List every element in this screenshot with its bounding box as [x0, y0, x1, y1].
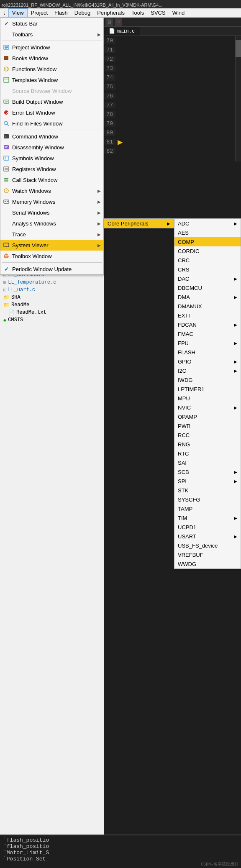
menu-item-books-window[interactable]: Books Window	[0, 53, 103, 64]
close-pane-icon[interactable]: ⊟	[105, 18, 113, 26]
list-item[interactable]: ⊞LL_Temperature.c	[3, 279, 104, 286]
peripheral-ucpd1[interactable]: UCPD1	[174, 522, 241, 532]
menu-item-source-browser-window[interactable]: Source Browser Window	[0, 85, 103, 96]
peripheral-usb-fs-device[interactable]: USB_FS_device	[174, 541, 241, 550]
peripheral-rng[interactable]: RNG	[174, 440, 241, 449]
peripheral-stk[interactable]: STK	[174, 486, 241, 495]
functions-icon: {}	[2, 65, 10, 73]
peripheral-label: SPI	[178, 478, 187, 484]
peripheral-gpio[interactable]: GPIO▶	[174, 357, 241, 366]
menu-view[interactable]: View	[8, 8, 28, 17]
peripheral-crs[interactable]: CRS	[174, 265, 241, 274]
menu-item-call-stack-window[interactable]: Call Stack Window	[0, 174, 103, 185]
peripheral-lptimer1[interactable]: LPTIMER1	[174, 384, 241, 394]
peripheral-tamp[interactable]: TAMP	[174, 504, 241, 513]
peripheral-rcc[interactable]: RCC	[174, 430, 241, 440]
code-tab-bar: ⊟ ✕	[104, 18, 241, 27]
list-item[interactable]: ◆CMSIS	[3, 316, 104, 324]
menu-debug[interactable]: Debug	[71, 8, 94, 17]
list-item[interactable]: 📁SHA	[3, 294, 104, 301]
peripheral-adc[interactable]: ADC▶	[174, 219, 241, 228]
tab-label: main.c	[117, 28, 135, 34]
menu-item-build-output-window[interactable]: Build Output Window	[0, 96, 103, 107]
menu-item-functions-window[interactable]: {} Functions Window	[0, 64, 103, 74]
error-icon: ✕	[2, 108, 10, 117]
list-item[interactable]: ⊞LL_uart.c	[3, 286, 104, 294]
peripheral-crc[interactable]: CRC	[174, 256, 241, 265]
menu-item-memory-windows[interactable]: Memory Windows ▶	[0, 196, 103, 207]
peripheral-label: STK	[178, 487, 188, 494]
menu-item-symbols-window[interactable]: S Symbols Window	[0, 153, 103, 164]
menu-item-watch-windows[interactable]: Watch Windows ▶	[0, 185, 103, 196]
main-c-tab[interactable]: 📄 main.c	[104, 27, 140, 36]
menu-item-error-list-window[interactable]: ✕ Error List Window	[0, 107, 103, 118]
peripheral-opamp[interactable]: OPAMP	[174, 412, 241, 421]
menu-item-periodic-window-update[interactable]: ✓ Periodic Window Update	[0, 264, 103, 274]
svg-rect-6	[5, 58, 8, 58]
peripheral-rtc[interactable]: RTC	[174, 449, 241, 458]
peripheral-label: ADC	[178, 220, 189, 227]
peripheral-cordic[interactable]: CORDIC	[174, 246, 241, 256]
svg-rect-34	[5, 201, 6, 202]
menu-item-find-in-files-window[interactable]: Find In Files Window	[0, 118, 103, 129]
peripheral-vrefbuf[interactable]: VREFBUF	[174, 550, 241, 559]
menu-item-registers-window[interactable]: Registers Window	[0, 164, 103, 174]
peripheral-fpu[interactable]: FPU▶	[174, 338, 241, 348]
menu-item-project-window[interactable]: Project Window	[0, 42, 103, 53]
menu-flash[interactable]: Flash	[51, 8, 71, 17]
peripheral-scb[interactable]: SCB▶	[174, 467, 241, 476]
peripheral-comp[interactable]: COMP	[174, 237, 241, 246]
watch-icon	[2, 187, 10, 195]
peripheral-usart[interactable]: USART▶	[174, 532, 241, 541]
peripheral-label: RTC	[178, 451, 189, 457]
core-peripherals-item[interactable]: Core Peripherals ▶	[104, 219, 174, 228]
peripheral-iwdg[interactable]: IWDG	[174, 375, 241, 384]
menu-project[interactable]: Project	[28, 8, 51, 17]
peripheral-syscfg[interactable]: SYSCFG	[174, 495, 241, 504]
menu-tools[interactable]: Tools	[128, 8, 147, 17]
list-item[interactable]: 📄ReadMe.txt	[3, 309, 104, 316]
core-peripherals-label: Core Peripherals	[108, 220, 149, 227]
menu-item-system-viewer[interactable]: System Viewer ▶	[0, 240, 103, 251]
peripheral-nvic[interactable]: NVIC▶	[174, 403, 241, 412]
menu-item-command-window[interactable]: >_ Command Window	[0, 131, 103, 142]
scroll-thumb[interactable]	[236, 40, 241, 57]
scrollbar[interactable]	[235, 36, 241, 161]
close-icon[interactable]: ✕	[115, 18, 122, 26]
peripheral-dbgmcu[interactable]: DBGMCU	[174, 283, 241, 292]
menu-item-toolbars[interactable]: Toolbars ▶	[0, 29, 103, 40]
menu-item-serial-windows[interactable]: Serial Windows ▶	[0, 207, 103, 218]
menu-peripherals[interactable]: Peripherals	[94, 8, 128, 17]
peripheral-spi[interactable]: SPI▶	[174, 476, 241, 486]
svg-line-17	[7, 124, 9, 126]
peripheral-dmamux[interactable]: DMAMUX	[174, 302, 241, 311]
peripheral-fmac[interactable]: FMAC	[174, 329, 241, 338]
peripheral-tim[interactable]: TIM▶	[174, 513, 241, 522]
peripheral-exti[interactable]: EXTI	[174, 311, 241, 320]
arrow-icon: ▶	[167, 221, 170, 226]
menu-window[interactable]: Wind	[169, 8, 188, 17]
peripheral-dma[interactable]: DMA▶	[174, 292, 241, 302]
peripheral-wwdg[interactable]: WWDG	[174, 559, 241, 568]
peripheral-flash[interactable]: FLASH	[174, 348, 241, 357]
peripheral-aes[interactable]: AES	[174, 228, 241, 237]
peripheral-fdcan[interactable]: FDCAN▶	[174, 320, 241, 329]
menu-item-status-bar[interactable]: ✓ Status Bar	[0, 18, 103, 29]
peripheral-i2c[interactable]: I2C▶	[174, 366, 241, 375]
menu-item-analysis-windows[interactable]: Analysis Windows ▶	[0, 218, 103, 229]
callstack-icon	[2, 176, 10, 184]
menu-svcs[interactable]: SVCS	[147, 8, 169, 17]
peripheral-pwr[interactable]: PWR	[174, 421, 241, 430]
menu-item-disassembly-window[interactable]: Disassembly Window	[0, 142, 103, 153]
menu-t[interactable]: t	[0, 8, 8, 17]
peripheral-dac[interactable]: DAC▶	[174, 274, 241, 283]
menu-item-trace[interactable]: Trace ▶	[0, 229, 103, 240]
arrow-icon: ▶	[234, 341, 237, 346]
list-item[interactable]: 📁ReadMe	[3, 301, 104, 309]
peripheral-mpu[interactable]: MPU	[174, 394, 241, 403]
empty-icon	[2, 219, 10, 228]
menu-item-templates-window[interactable]: Templates Window	[0, 74, 103, 85]
menu-item-toolbox-window[interactable]: Toolbox Window	[0, 251, 103, 261]
menu-item-label: Serial Windows	[12, 210, 96, 216]
peripheral-sai[interactable]: SAI	[174, 458, 241, 467]
